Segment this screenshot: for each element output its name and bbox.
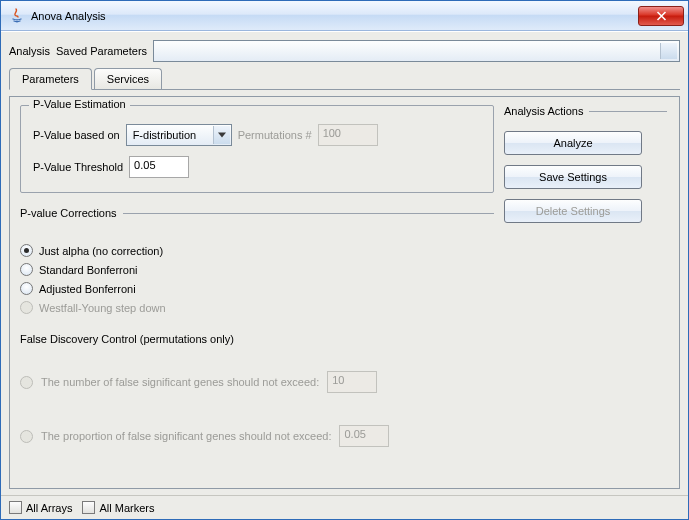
saved-params-label: Saved Parameters [56, 45, 147, 57]
delete-settings-button[interactable]: Delete Settings [504, 199, 642, 223]
all-markers-label: All Markers [99, 502, 154, 514]
java-icon [9, 8, 25, 24]
close-button[interactable] [638, 6, 684, 26]
all-arrays-checkbox[interactable] [9, 501, 22, 514]
chevron-down-icon [665, 49, 673, 54]
analyze-button[interactable]: Analyze [504, 131, 642, 155]
saved-params-combobox[interactable] [153, 40, 680, 62]
pvalue-threshold-label: P-Value Threshold [33, 161, 123, 173]
radio-fdc-proportion [20, 430, 33, 443]
tab-services[interactable]: Services [94, 68, 162, 89]
fdc-title: False Discovery Control (permutations on… [20, 333, 494, 345]
client-area: Analysis Saved Parameters Parameters Ser… [1, 31, 688, 519]
footer: All Arrays All Markers [1, 495, 688, 519]
radio-westfall-young-label: Westfall-Young step down [39, 302, 166, 314]
radio-adjusted-bonferroni-label: Adjusted Bonferroni [39, 283, 136, 295]
radio-just-alpha[interactable] [20, 244, 33, 257]
all-arrays-label: All Arrays [26, 502, 72, 514]
tab-parameters[interactable]: Parameters [9, 68, 92, 90]
radio-standard-bonferroni[interactable] [20, 263, 33, 276]
radio-fdc-number [20, 376, 33, 389]
radio-standard-bonferroni-label: Standard Bonferroni [39, 264, 137, 276]
chevron-down-icon [218, 133, 226, 138]
top-toolbar: Analysis Saved Parameters [1, 32, 688, 66]
title-bar: Anova Analysis [1, 1, 688, 31]
window-title: Anova Analysis [31, 10, 638, 22]
tab-row: Parameters Services [1, 68, 688, 89]
pvalue-estimation-group: P-Value Estimation P-Value based on F-di… [20, 105, 494, 193]
all-markers-checkbox[interactable] [82, 501, 95, 514]
fdc-proportion-label: The proportion of false significant gene… [41, 430, 331, 442]
save-settings-button[interactable]: Save Settings [504, 165, 642, 189]
fdc-proportion-field: 0.05 [339, 425, 389, 447]
corrections-title: P-value Corrections [20, 207, 494, 219]
pvalue-group-title: P-Value Estimation [29, 98, 130, 110]
permutations-label: Permutations # [238, 129, 312, 141]
parameters-panel: P-Value Estimation P-Value based on F-di… [9, 96, 680, 489]
pvalue-based-label: P-Value based on [33, 129, 120, 141]
radio-adjusted-bonferroni[interactable] [20, 282, 33, 295]
pvalue-based-combobox[interactable]: F-distribution [126, 124, 232, 146]
actions-title: Analysis Actions [504, 105, 667, 117]
fdc-number-label: The number of false significant genes sh… [41, 376, 319, 388]
pvalue-threshold-field[interactable]: 0.05 [129, 156, 189, 178]
analysis-menu[interactable]: Analysis [9, 45, 50, 57]
radio-just-alpha-label: Just alpha (no correction) [39, 245, 163, 257]
fdc-number-field: 10 [327, 371, 377, 393]
pvalue-based-value: F-distribution [133, 129, 197, 141]
permutations-field: 100 [318, 124, 378, 146]
anova-window: Anova Analysis Analysis Saved Parameters… [0, 0, 689, 520]
radio-westfall-young [20, 301, 33, 314]
